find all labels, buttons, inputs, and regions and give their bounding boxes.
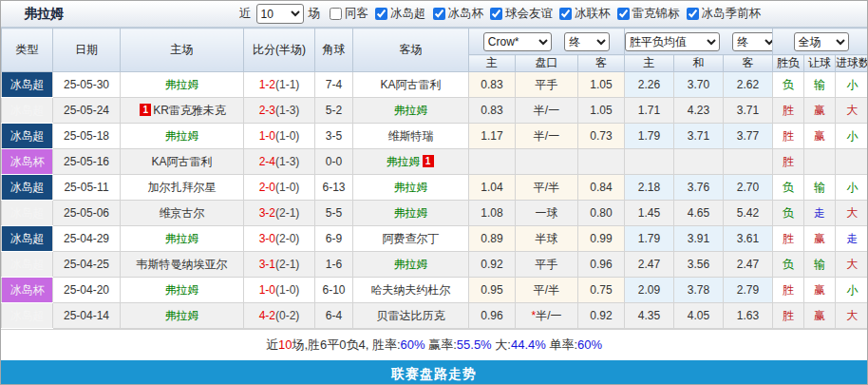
goals-cell: 走 bbox=[836, 226, 868, 252]
handicap-result-cell bbox=[804, 149, 836, 175]
avg-select-group: 胜平负均值 终 bbox=[625, 29, 773, 55]
half-score: (2-1) bbox=[275, 206, 299, 220]
avg-draw-odds: 3.76 bbox=[674, 175, 724, 201]
handicap-home-odds: 0.95 bbox=[469, 278, 516, 303]
avg-away-odds: 5.42 bbox=[724, 201, 773, 226]
league-checkbox-2[interactable] bbox=[490, 8, 502, 20]
score-cell: 1-0(1-0) bbox=[244, 278, 315, 303]
league-filter-5[interactable]: 冰岛季前杯 bbox=[680, 6, 762, 22]
league-label: 雷克锦标 bbox=[632, 6, 680, 22]
avg-state-select[interactable]: 终 bbox=[732, 32, 772, 51]
handicap-line: 半/一 bbox=[516, 98, 578, 124]
table-row: 冰岛超25-05-241KR雷克雅未克2-3(1-3)5-2弗拉姆0.83半/一… bbox=[2, 98, 868, 124]
corner-cell: 6-4 bbox=[315, 303, 353, 329]
half-score: (1-0) bbox=[275, 283, 299, 297]
league-filter-2[interactable]: 球会友谊 bbox=[483, 6, 553, 22]
summary-segment: 60% bbox=[401, 337, 425, 352]
away-cell: 贝雷达比历克 bbox=[353, 303, 469, 329]
rank-badge: 1 bbox=[140, 104, 151, 116]
avg-home-odds: 4.35 bbox=[625, 303, 674, 329]
home-team: 弗拉姆 bbox=[165, 78, 199, 91]
handicap-away-odds: 0.92 bbox=[578, 303, 625, 329]
table-row: 冰岛超25-05-06维京古尔3-2(2-1)5-5弗拉姆1.08一球0.801… bbox=[2, 201, 868, 226]
subcol-avg-away: 客 bbox=[724, 55, 773, 72]
home-team: 弗拉姆 bbox=[165, 232, 199, 245]
result-cell: 负 bbox=[773, 175, 804, 201]
date-cell: 25-05-18 bbox=[53, 124, 121, 149]
away-team: 弗拉姆 bbox=[387, 155, 421, 168]
league-label: 球会友谊 bbox=[505, 6, 553, 22]
away-cell: 阿费查尔丁 bbox=[353, 226, 469, 252]
league-filter-4[interactable]: 雷克锦标 bbox=[611, 6, 680, 22]
avg-home-odds: 1.79 bbox=[625, 226, 674, 252]
same-venue-checkbox[interactable] bbox=[330, 8, 342, 20]
score-cell: 2-0(1-0) bbox=[244, 175, 315, 201]
table-row: 冰岛超25-04-29弗拉姆3-0(2-0)6-9阿费查尔丁0.89半球0.99… bbox=[2, 226, 868, 252]
home-team: 维京古尔 bbox=[160, 206, 205, 220]
match-count-select[interactable]: 10 bbox=[256, 4, 304, 24]
avg-home-odds: 2.18 bbox=[625, 175, 674, 201]
half-score: (2-0) bbox=[275, 232, 299, 245]
star-mark: * bbox=[531, 309, 536, 322]
away-cell: 弗拉姆 bbox=[353, 98, 469, 124]
away-cell: 弗拉姆 bbox=[353, 175, 469, 201]
league-filter-0[interactable]: 冰岛超 bbox=[368, 6, 426, 22]
handicap-result-cell: 赢 bbox=[804, 124, 836, 149]
avg-home-odds bbox=[625, 149, 674, 175]
odds-company-select[interactable]: Crow* bbox=[483, 32, 552, 51]
subcol-handicap-result: 让球 bbox=[804, 55, 836, 72]
date-cell: 25-04-14 bbox=[53, 303, 121, 329]
result-cell: 胜 bbox=[773, 124, 804, 149]
handicap-away-odds: 0.99 bbox=[578, 226, 625, 252]
avg-draw-odds: 3.78 bbox=[674, 278, 724, 303]
league-checkbox-0[interactable] bbox=[375, 8, 387, 20]
table-row: 冰岛超25-04-14弗拉姆4-2(0-2)6-4贝雷达比历克0.96*半/一0… bbox=[2, 303, 868, 329]
corner-cell: 5-5 bbox=[315, 201, 353, 226]
table-row: 冰岛超25-05-30弗拉姆1-2(1-1)7-4KA阿古雷利0.83平手1.0… bbox=[2, 72, 868, 98]
subcol-result: 胜负 bbox=[773, 55, 804, 72]
league-cell: 冰岛超 bbox=[2, 201, 53, 226]
goals-cell: 大 bbox=[836, 252, 868, 278]
date-cell: 25-05-16 bbox=[53, 149, 121, 175]
same-venue-filter[interactable]: 同客 bbox=[320, 6, 368, 22]
match-table: 类型 日期 主场 比分(半场) 角球 客场 Crow* 终 胜平负均值 终 全场 bbox=[1, 28, 868, 329]
league-checkbox-4[interactable] bbox=[617, 8, 630, 20]
date-cell: 25-04-20 bbox=[53, 278, 121, 303]
result-cell: 负 bbox=[773, 252, 804, 278]
away-cell: KA阿古雷利 bbox=[353, 72, 469, 98]
league-checkbox-5[interactable] bbox=[687, 8, 699, 20]
league-filter-1[interactable]: 冰岛杯 bbox=[426, 6, 484, 22]
subcol-handicap-away: 客 bbox=[578, 55, 625, 72]
same-venue-label: 同客 bbox=[345, 6, 368, 22]
home-cell: KA阿古雷利 bbox=[121, 149, 244, 175]
date-cell: 25-05-30 bbox=[53, 72, 121, 98]
near-label: 近 bbox=[239, 6, 252, 22]
handicap-line: 半/一 bbox=[516, 124, 578, 149]
avg-home-odds: 1.79 bbox=[625, 124, 674, 149]
handicap-state-select[interactable]: 终 bbox=[564, 32, 610, 51]
avg-draw-odds: 3.56 bbox=[674, 252, 724, 278]
table-row: 冰岛杯25-04-20弗拉姆1-0(1-0)6-10哈夫纳夫约杜尔0.95平/半… bbox=[2, 278, 868, 303]
league-checkbox-1[interactable] bbox=[433, 8, 445, 20]
subcol-avg-draw: 和 bbox=[674, 55, 724, 72]
scope-select[interactable]: 全场 bbox=[794, 32, 849, 51]
corner-cell: 3-5 bbox=[315, 124, 353, 149]
handicap-line: 平手 bbox=[516, 252, 578, 278]
score-cell: 1-2(1-1) bbox=[244, 72, 315, 98]
league-cell: 冰岛超 bbox=[2, 175, 53, 201]
summary-segment: 60% bbox=[577, 337, 602, 352]
handicap-away-odds: 0.73 bbox=[578, 124, 625, 149]
avg-odds-select[interactable]: 胜平负均值 bbox=[625, 32, 720, 51]
handicap-home-odds: 0.83 bbox=[469, 72, 516, 98]
away-team: 弗拉姆 bbox=[394, 206, 428, 220]
result-cell: 胜 bbox=[773, 98, 804, 124]
league-cell: 冰岛超 bbox=[2, 124, 53, 149]
league-filter-3[interactable]: 冰联杯 bbox=[553, 6, 611, 22]
home-cell: 弗拉姆 bbox=[121, 226, 244, 252]
league-cell: 冰岛超 bbox=[2, 98, 53, 124]
footer-title: 联赛盘路走势 bbox=[391, 366, 477, 381]
corner-cell: 7-4 bbox=[315, 72, 353, 98]
league-checkbox-3[interactable] bbox=[559, 8, 572, 20]
full-score: 3-0 bbox=[259, 232, 275, 245]
handicap-home-odds: 1.04 bbox=[469, 175, 516, 201]
